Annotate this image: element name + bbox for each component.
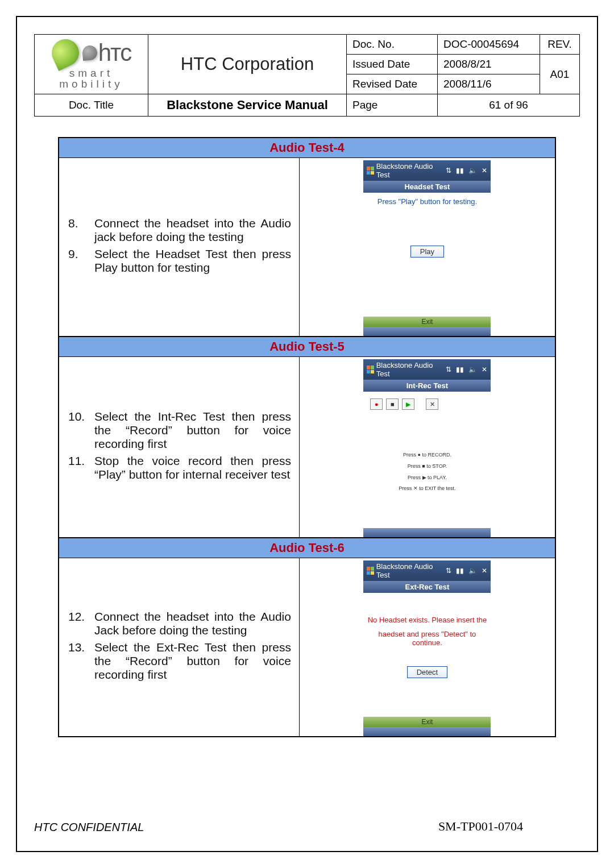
logo-tagline: smart mobility (40, 68, 142, 89)
doc-no-label: Doc. No. (347, 35, 438, 55)
phone-exit-bar[interactable]: Exit (363, 717, 491, 727)
phone-app-title: Blackstone Audio Test (376, 361, 439, 378)
document-header-table: hтc smart mobility HTC Corporation Doc. … (34, 34, 580, 117)
rev-value: A01 (540, 55, 580, 94)
phone-screenshot-intrec-test: Blackstone Audio Test ⇅ ▮▮ 🔈 ✕ Int-Rec T… (363, 359, 491, 537)
phone-screenshot-extrec-test: Blackstone Audio Test ⇅ ▮▮ 🔈 ✕ Ext-Rec T… (363, 560, 491, 736)
doc-no-value: DOC-00045694 (438, 35, 540, 55)
company-name: HTC Corporation (148, 35, 347, 94)
phone-error-line2: haedset and press "Detect" to continue. (367, 630, 487, 647)
issued-date-value: 2008/8/21 (438, 55, 540, 74)
close-icon: ✕ (482, 167, 487, 175)
speaker-icon: 🔈 (468, 366, 477, 373)
revised-date-label: Revised Date (347, 74, 438, 94)
play-button[interactable]: Play (410, 246, 444, 258)
doc-title-value: Blackstone Service Manual (148, 94, 347, 117)
phone-app-title: Blackstone Audio Test (376, 162, 439, 179)
windows-start-icon (367, 366, 374, 373)
signal-icon: ▮▮ (456, 167, 464, 175)
page-value: 61 of 96 (438, 94, 580, 117)
doc-title-label: Doc. Title (35, 94, 148, 117)
detect-button[interactable]: Detect (407, 666, 448, 678)
phone-subtitle: Ext-Rec Test (363, 581, 491, 593)
close-icon: ✕ (482, 366, 487, 373)
signal-icon: ▮▮ (456, 366, 464, 373)
phone-screenshot-headset-test: Blackstone Audio Test ⇅ ▮▮ 🔈 ✕ Headset T… (363, 160, 491, 336)
content-table: Audio Test-4 8.Connect the headset into … (58, 137, 556, 737)
instructions-audio-test-4: 8.Connect the headset into the Audio jac… (59, 158, 300, 336)
windows-start-icon (367, 167, 374, 175)
section-header-audio-test-6: Audio Test-6 (59, 538, 555, 558)
logo-cell: hтc smart mobility (35, 35, 148, 94)
rev-label: REV. (540, 35, 580, 55)
signal-icon: ▮▮ (456, 567, 464, 575)
footer-confidential: HTC CONFIDENTIAL (34, 821, 144, 834)
phone-error-line1: No Headset exists. Please insert the (368, 616, 487, 624)
leaf-icon (47, 35, 84, 71)
issued-date-label: Issued Date (347, 55, 438, 74)
windows-start-icon (367, 567, 374, 575)
page-label: Page (347, 94, 438, 117)
phone-subtitle: Int-Rec Test (363, 380, 491, 392)
phone-subtitle: Headset Test (363, 181, 491, 193)
instructions-audio-test-6: 12.Connect the headset into the Audio Ja… (59, 558, 300, 736)
htc-logo: hтc smart mobility (40, 39, 142, 89)
phone-message: Press "Play" button for testing. (377, 197, 477, 206)
phone-exit-bar[interactable]: Exit (363, 317, 491, 327)
wifi-icon: ⇅ (446, 567, 451, 575)
speaker-icon: 🔈 (468, 567, 477, 575)
close-icon: ✕ (482, 567, 487, 575)
section-header-audio-test-5: Audio Test-5 (59, 337, 555, 357)
instructions-audio-test-5: 10.Select the Int-Rec Test then press th… (59, 357, 300, 537)
phone-app-title: Blackstone Audio Test (376, 562, 439, 579)
wifi-icon: ⇅ (446, 366, 451, 373)
revised-date-value: 2008/11/6 (438, 74, 540, 94)
play-button[interactable]: ▶ (402, 398, 414, 410)
leaf-small-icon (82, 45, 98, 61)
footer-doc-code: SM-TP001-0704 (438, 819, 523, 834)
wifi-icon: ⇅ (446, 167, 451, 175)
record-button[interactable]: ● (370, 398, 383, 410)
speaker-icon: 🔈 (468, 167, 477, 175)
stop-button[interactable]: ■ (386, 398, 399, 410)
exit-x-button[interactable]: ✕ (426, 398, 438, 410)
section-header-audio-test-4: Audio Test-4 (59, 138, 555, 158)
